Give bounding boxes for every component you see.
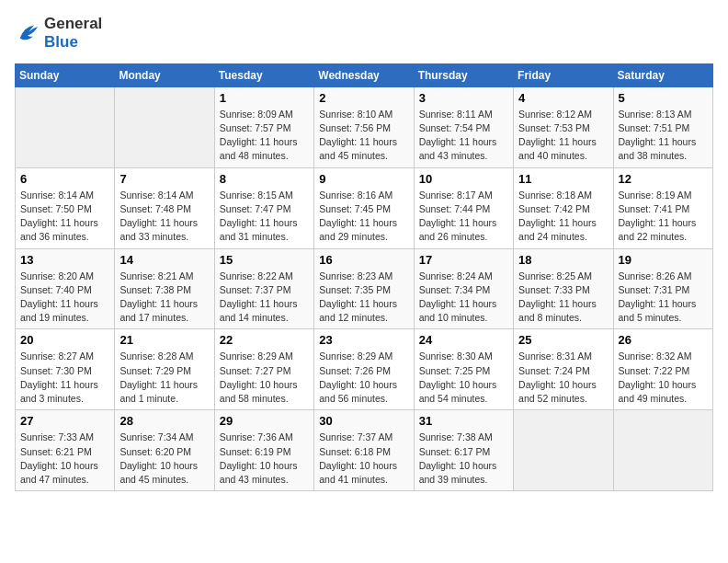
calendar-cell: 15Sunrise: 8:22 AM Sunset: 7:37 PM Dayli…: [214, 248, 313, 329]
calendar-cell: 11Sunrise: 8:18 AM Sunset: 7:42 PM Dayli…: [514, 167, 613, 248]
cell-content: Sunrise: 8:15 AM Sunset: 7:47 PM Dayligh…: [220, 189, 309, 245]
calendar-cell: 13Sunrise: 8:20 AM Sunset: 7:40 PM Dayli…: [16, 248, 115, 329]
calendar-cell: [514, 410, 613, 491]
calendar-cell: 17Sunrise: 8:24 AM Sunset: 7:34 PM Dayli…: [414, 248, 513, 329]
cell-content: Sunrise: 8:29 AM Sunset: 7:27 PM Dayligh…: [220, 350, 309, 406]
cell-content: Sunrise: 8:14 AM Sunset: 7:50 PM Dayligh…: [20, 189, 109, 245]
day-number: 22: [220, 333, 309, 347]
calendar-cell: 23Sunrise: 8:29 AM Sunset: 7:26 PM Dayli…: [314, 329, 414, 410]
calendar-cell: 1Sunrise: 8:09 AM Sunset: 7:57 PM Daylig…: [214, 86, 313, 167]
calendar-cell: 21Sunrise: 8:28 AM Sunset: 7:29 PM Dayli…: [115, 329, 214, 410]
calendar-cell: 6Sunrise: 8:14 AM Sunset: 7:50 PM Daylig…: [16, 167, 115, 248]
calendar-week-row: 6Sunrise: 8:14 AM Sunset: 7:50 PM Daylig…: [16, 167, 713, 248]
calendar-cell: [115, 86, 214, 167]
calendar-cell: 8Sunrise: 8:15 AM Sunset: 7:47 PM Daylig…: [214, 167, 313, 248]
calendar-table: SundayMondayTuesdayWednesdayThursdayFrid…: [15, 63, 713, 491]
cell-content: Sunrise: 8:09 AM Sunset: 7:57 PM Dayligh…: [220, 108, 309, 164]
day-number: 25: [518, 333, 608, 347]
cell-content: Sunrise: 8:20 AM Sunset: 7:40 PM Dayligh…: [20, 270, 109, 326]
cell-content: Sunrise: 8:31 AM Sunset: 7:24 PM Dayligh…: [518, 350, 608, 406]
cell-content: Sunrise: 8:26 AM Sunset: 7:31 PM Dayligh…: [619, 270, 708, 326]
calendar-cell: 10Sunrise: 8:17 AM Sunset: 7:44 PM Dayli…: [414, 167, 513, 248]
day-number: 29: [220, 414, 309, 428]
calendar-cell: 7Sunrise: 8:14 AM Sunset: 7:48 PM Daylig…: [115, 167, 214, 248]
logo-text: General Blue: [44, 15, 102, 52]
calendar-cell: 22Sunrise: 8:29 AM Sunset: 7:27 PM Dayli…: [214, 329, 313, 410]
calendar-cell: 18Sunrise: 8:25 AM Sunset: 7:33 PM Dayli…: [514, 248, 613, 329]
calendar-cell: [16, 86, 115, 167]
day-number: 20: [20, 333, 109, 347]
cell-content: Sunrise: 8:21 AM Sunset: 7:38 PM Dayligh…: [119, 270, 209, 326]
cell-content: Sunrise: 8:32 AM Sunset: 7:22 PM Dayligh…: [619, 350, 708, 406]
day-number: 12: [619, 172, 708, 186]
day-number: 23: [319, 333, 408, 347]
cell-content: Sunrise: 8:18 AM Sunset: 7:42 PM Dayligh…: [518, 189, 608, 245]
calendar-cell: 20Sunrise: 8:27 AM Sunset: 7:30 PM Dayli…: [16, 329, 115, 410]
header-row: SundayMondayTuesdayWednesdayThursdayFrid…: [16, 63, 713, 86]
calendar-cell: 4Sunrise: 8:12 AM Sunset: 7:53 PM Daylig…: [514, 86, 613, 167]
calendar-cell: [613, 410, 712, 491]
day-number: 26: [619, 333, 708, 347]
cell-content: Sunrise: 8:19 AM Sunset: 7:41 PM Dayligh…: [619, 189, 708, 245]
cell-content: Sunrise: 8:22 AM Sunset: 7:37 PM Dayligh…: [220, 270, 309, 326]
logo-icon: [15, 20, 40, 46]
day-header: Wednesday: [314, 63, 414, 86]
calendar-week-row: 13Sunrise: 8:20 AM Sunset: 7:40 PM Dayli…: [16, 248, 713, 329]
cell-content: Sunrise: 8:14 AM Sunset: 7:48 PM Dayligh…: [119, 189, 209, 245]
calendar-cell: 30Sunrise: 7:37 AM Sunset: 6:18 PM Dayli…: [314, 410, 414, 491]
day-header: Tuesday: [214, 63, 313, 86]
day-number: 1: [220, 91, 309, 105]
day-header: Sunday: [16, 63, 115, 86]
cell-content: Sunrise: 8:27 AM Sunset: 7:30 PM Dayligh…: [20, 350, 109, 406]
day-number: 9: [319, 172, 408, 186]
day-number: 4: [518, 91, 608, 105]
cell-content: Sunrise: 7:34 AM Sunset: 6:20 PM Dayligh…: [119, 431, 209, 487]
day-number: 30: [319, 414, 408, 428]
calendar-cell: 29Sunrise: 7:36 AM Sunset: 6:19 PM Dayli…: [214, 410, 313, 491]
day-header: Thursday: [414, 63, 513, 86]
cell-content: Sunrise: 8:11 AM Sunset: 7:54 PM Dayligh…: [419, 108, 508, 164]
day-number: 5: [619, 91, 708, 105]
calendar-week-row: 27Sunrise: 7:33 AM Sunset: 6:21 PM Dayli…: [16, 410, 713, 491]
cell-content: Sunrise: 7:36 AM Sunset: 6:19 PM Dayligh…: [220, 431, 309, 487]
calendar-cell: 9Sunrise: 8:16 AM Sunset: 7:45 PM Daylig…: [314, 167, 414, 248]
calendar-cell: 16Sunrise: 8:23 AM Sunset: 7:35 PM Dayli…: [314, 248, 414, 329]
cell-content: Sunrise: 8:29 AM Sunset: 7:26 PM Dayligh…: [319, 350, 408, 406]
cell-content: Sunrise: 8:30 AM Sunset: 7:25 PM Dayligh…: [419, 350, 508, 406]
calendar-cell: 14Sunrise: 8:21 AM Sunset: 7:38 PM Dayli…: [115, 248, 214, 329]
calendar-cell: 3Sunrise: 8:11 AM Sunset: 7:54 PM Daylig…: [414, 86, 513, 167]
day-header: Saturday: [613, 63, 712, 86]
day-number: 10: [419, 172, 508, 186]
day-number: 6: [20, 172, 109, 186]
cell-content: Sunrise: 8:17 AM Sunset: 7:44 PM Dayligh…: [419, 189, 508, 245]
cell-content: Sunrise: 7:37 AM Sunset: 6:18 PM Dayligh…: [319, 431, 408, 487]
day-number: 2: [319, 91, 408, 105]
day-number: 8: [220, 172, 309, 186]
day-number: 11: [518, 172, 608, 186]
day-number: 16: [319, 253, 408, 267]
logo: General Blue: [15, 15, 102, 52]
calendar-week-row: 20Sunrise: 8:27 AM Sunset: 7:30 PM Dayli…: [16, 329, 713, 410]
cell-content: Sunrise: 8:10 AM Sunset: 7:56 PM Dayligh…: [319, 108, 408, 164]
day-number: 27: [20, 414, 109, 428]
page-header: General Blue: [15, 15, 713, 52]
cell-content: Sunrise: 8:12 AM Sunset: 7:53 PM Dayligh…: [518, 108, 608, 164]
calendar-cell: 31Sunrise: 7:38 AM Sunset: 6:17 PM Dayli…: [414, 410, 513, 491]
cell-content: Sunrise: 8:13 AM Sunset: 7:51 PM Dayligh…: [619, 108, 708, 164]
cell-content: Sunrise: 8:23 AM Sunset: 7:35 PM Dayligh…: [319, 270, 408, 326]
day-number: 19: [619, 253, 708, 267]
calendar-week-row: 1Sunrise: 8:09 AM Sunset: 7:57 PM Daylig…: [16, 86, 713, 167]
day-number: 18: [518, 253, 608, 267]
calendar-cell: 5Sunrise: 8:13 AM Sunset: 7:51 PM Daylig…: [613, 86, 712, 167]
calendar-cell: 24Sunrise: 8:30 AM Sunset: 7:25 PM Dayli…: [414, 329, 513, 410]
calendar-cell: 25Sunrise: 8:31 AM Sunset: 7:24 PM Dayli…: [514, 329, 613, 410]
calendar-cell: 19Sunrise: 8:26 AM Sunset: 7:31 PM Dayli…: [613, 248, 712, 329]
day-number: 13: [20, 253, 109, 267]
cell-content: Sunrise: 8:16 AM Sunset: 7:45 PM Dayligh…: [319, 189, 408, 245]
cell-content: Sunrise: 8:25 AM Sunset: 7:33 PM Dayligh…: [518, 270, 608, 326]
day-number: 31: [419, 414, 508, 428]
cell-content: Sunrise: 8:24 AM Sunset: 7:34 PM Dayligh…: [419, 270, 508, 326]
day-number: 24: [419, 333, 508, 347]
day-header: Friday: [514, 63, 613, 86]
day-number: 28: [119, 414, 209, 428]
